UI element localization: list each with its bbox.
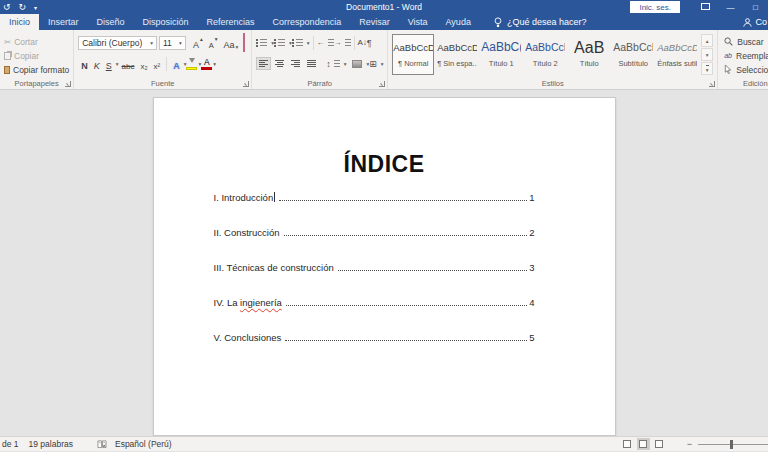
quick-access-toolbar: ↺ ↻ ▾ [3, 0, 37, 15]
styles-group-label: Estilos [388, 79, 717, 88]
change-case-button[interactable]: Aa▾ [220, 36, 241, 50]
style-title[interactable]: AaBTítulo [568, 34, 610, 75]
style-heading2[interactable]: AaBbCcDTítulo 2 [524, 34, 566, 75]
superscript-button[interactable]: x² [151, 57, 164, 71]
replace-button[interactable]: ab Reemplazar [724, 49, 768, 62]
paragraph-dialog-launcher-icon[interactable] [379, 81, 385, 87]
shrink-font-button[interactable]: A▾ [206, 36, 221, 50]
tab-diseno[interactable]: Diseño [88, 14, 134, 30]
bullets-button[interactable]: ▾ [256, 36, 274, 49]
style-heading1[interactable]: AaBbC(Título 1 [480, 34, 522, 75]
styles-gallery-scroll: ▴ ▾ ▾ [701, 34, 713, 75]
tab-inicio[interactable]: Inicio [0, 14, 39, 30]
styles-more-icon[interactable]: ▾ [701, 62, 713, 75]
font-name-select[interactable]: Calibri (Cuerpo)▾ [78, 36, 157, 50]
style-no-spacing[interactable]: AaBbCcDc¶ Sin espa... [436, 34, 478, 75]
highlight-button[interactable] [186, 58, 197, 70]
decrease-indent-button[interactable]: ← [317, 36, 334, 49]
title-bar: ↺ ↻ ▾ Documento1 - Word Inic. ses. — □ [0, 0, 768, 14]
grow-font-button[interactable]: A▴ [190, 36, 206, 50]
proofing-status[interactable] [97, 440, 107, 449]
tab-revisar[interactable]: Revisar [350, 14, 399, 30]
customize-qat-icon[interactable]: ▾ [34, 0, 37, 15]
dot-leader [338, 270, 527, 271]
status-bar-left: de 1 19 palabras Español (Perú) [0, 439, 172, 449]
align-right-button[interactable] [288, 57, 303, 70]
tell-me-box[interactable]: ¿Qué desea hacer? [494, 14, 587, 30]
sort-button[interactable]: A↓ [358, 36, 367, 49]
show-paragraph-marks-button[interactable]: ¶ [367, 36, 372, 49]
font-color-button[interactable]: A [201, 58, 212, 70]
italic-button[interactable]: K [91, 57, 103, 71]
ribbon-display-options-icon[interactable] [693, 3, 718, 12]
underline-button[interactable]: S [103, 57, 115, 71]
editing-group: Buscar▾ ab Reemplazar Seleccionar▾ Edici… [718, 30, 768, 89]
tab-vista[interactable]: Vista [399, 14, 437, 30]
titlebar-right: Inic. ses. — □ [630, 0, 768, 14]
minimize-icon[interactable]: — [718, 3, 743, 12]
find-button[interactable]: Buscar▾ [724, 35, 768, 48]
editing-group-label: Edición [718, 79, 768, 88]
clear-formatting-button[interactable] [241, 34, 247, 52]
styles-gallery: AaBbCcDc¶ Normal AaBbCcDc¶ Sin espa... A… [392, 34, 698, 78]
undo-icon[interactable]: ↺ [3, 0, 11, 14]
line-spacing-button[interactable]: ↕▾ [326, 57, 346, 70]
lightbulb-icon [494, 17, 502, 28]
font-dialog-launcher-icon[interactable] [243, 81, 249, 87]
zoom-slider-thumb[interactable] [730, 440, 733, 449]
align-center-button[interactable] [272, 57, 287, 70]
select-button[interactable]: Seleccionar▾ [724, 63, 768, 76]
text-effects-button[interactable]: A [170, 57, 183, 71]
justify-button[interactable] [304, 57, 319, 70]
styles-scroll-down-icon[interactable]: ▾ [701, 48, 713, 61]
indent-icon: → [334, 38, 342, 47]
numbering-button[interactable]: ▾ [274, 36, 292, 49]
bold-button[interactable]: N [78, 57, 91, 71]
shading-button[interactable]: ▾ [352, 57, 369, 70]
styles-dialog-launcher-icon[interactable] [709, 81, 715, 87]
read-mode-icon[interactable] [621, 438, 634, 450]
dot-leader [279, 200, 527, 201]
copy-icon [4, 52, 11, 60]
print-layout-icon[interactable] [637, 438, 650, 450]
toc-entry-2: II. Construcción 2 [214, 226, 535, 238]
maximize-icon[interactable]: □ [743, 3, 768, 12]
strikethrough-button[interactable]: abc [119, 57, 138, 71]
increase-indent-button[interactable]: → [334, 36, 351, 49]
web-layout-icon[interactable] [653, 438, 666, 450]
document-page[interactable]: ÍNDICE I. Introducción 1 II. Construcció… [153, 97, 616, 436]
zoom-out-icon[interactable]: − [687, 439, 692, 449]
share-button[interactable]: Co [743, 14, 768, 30]
styles-scroll-up-icon[interactable]: ▴ [701, 34, 713, 47]
tab-referencias[interactable]: Referencias [198, 14, 264, 30]
paragraph-group: ▾ ▾ ▾ ← → A↓ ¶ ↕▾ ▾ ⊞▾ Párraf [252, 30, 388, 89]
sign-in-button[interactable]: Inic. ses. [630, 1, 680, 13]
tab-correspondencia[interactable]: Correspondencia [264, 14, 351, 30]
subscript-button[interactable]: x₂ [137, 57, 150, 71]
tab-ayuda[interactable]: Ayuda [437, 14, 480, 30]
multilevel-list-button[interactable]: ▾ [292, 36, 310, 49]
chevron-down-icon: ▾ [150, 40, 153, 46]
clipboard-dialog-launcher-icon[interactable] [65, 81, 71, 87]
cut-button[interactable]: ✂Cortar [4, 35, 69, 48]
search-icon [724, 37, 733, 46]
copy-button[interactable]: Copiar [4, 49, 69, 62]
style-normal[interactable]: AaBbCcDc¶ Normal [392, 34, 434, 75]
align-left-button[interactable] [256, 57, 271, 70]
proofing-book-icon [97, 440, 107, 449]
borders-button[interactable]: ⊞▾ [369, 57, 383, 70]
tab-disposicion[interactable]: Disposición [134, 14, 198, 30]
font-size-select[interactable]: 11▾ [159, 36, 186, 50]
style-subtitle[interactable]: AaBbCcDSubtítulo [612, 34, 654, 75]
redo-icon[interactable]: ↻ [19, 0, 27, 14]
language-status[interactable]: Español (Perú) [115, 439, 172, 449]
zoom-slider[interactable] [698, 444, 768, 445]
word-count[interactable]: 19 palabras [29, 439, 73, 449]
format-painter-button[interactable]: Copiar formato [4, 63, 69, 76]
style-subtle-emphasis[interactable]: AaBbCcDtÉnfasis sutil [656, 34, 698, 75]
line-spacing-icon: ↕ [326, 59, 331, 69]
page-count[interactable]: de 1 [2, 439, 19, 449]
chevron-down-icon: ▾ [179, 40, 182, 46]
tab-insertar[interactable]: Insertar [39, 14, 88, 30]
misspelled-word: ingienería [240, 297, 282, 308]
